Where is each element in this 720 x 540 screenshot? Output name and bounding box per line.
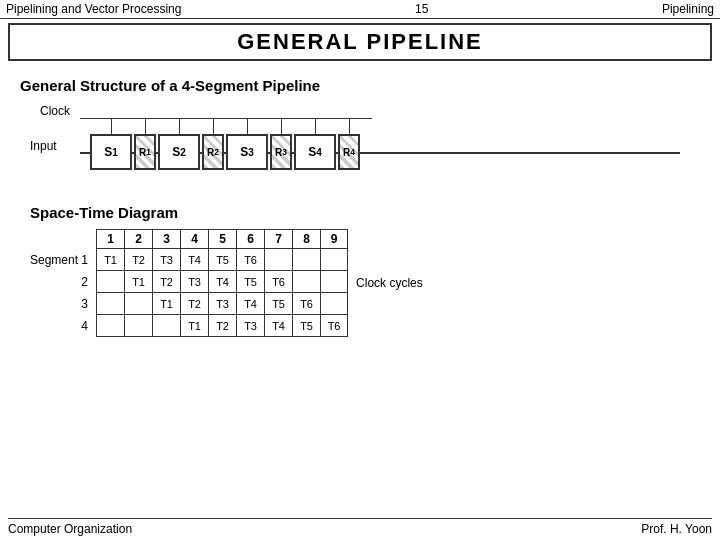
clock-h-line: [80, 118, 372, 119]
stage-s1: S1: [90, 134, 132, 170]
clock-cycles-label: Clock cycles: [356, 276, 423, 290]
st-cell-r4-c1: [96, 315, 124, 337]
stage-s3: S3: [226, 134, 268, 170]
st-cell-r3-c3: T1: [152, 293, 180, 315]
st-col-num-4: 4: [180, 229, 208, 249]
st-col-num-2: 2: [124, 229, 152, 249]
header-left: Pipelining and Vector Processing: [6, 2, 181, 16]
st-cell-r2-c4: T3: [180, 271, 208, 293]
space-time-table-area: Segment 1 2 3 4 123456789 T1T2T3T4T5T6T1…: [30, 229, 690, 337]
st-cell-r1-c8: [292, 249, 320, 271]
st-cell-r2-c8: [292, 271, 320, 293]
st-cell-r4-c4: T1: [180, 315, 208, 337]
st-col-num-5: 5: [208, 229, 236, 249]
segment-label-4: 4: [30, 315, 92, 337]
page-title: GENERAL PIPELINE: [237, 29, 483, 54]
segment-label-3: 3: [30, 293, 92, 315]
stage-s4: S4: [294, 134, 336, 170]
st-col-num-6: 6: [236, 229, 264, 249]
pipeline-diagram: Clock Input S1 R1 S2 R2 S3 R3 S4 R4: [30, 104, 690, 194]
st-col-num-9: 9: [320, 229, 348, 249]
st-cell-r3-c4: T2: [180, 293, 208, 315]
st-col-num-7: 7: [264, 229, 292, 249]
input-label: Input: [30, 139, 57, 153]
st-cell-r4-c7: T4: [264, 315, 292, 337]
st-row-2: T1T2T3T4T5T6: [96, 271, 348, 293]
header: Pipelining and Vector Processing 15 Pipe…: [0, 0, 720, 19]
st-row-1: T1T2T3T4T5T6: [96, 249, 348, 271]
section1-heading: General Structure of a 4-Segment Pipelin…: [20, 77, 700, 94]
header-center: 15: [415, 2, 428, 16]
st-cell-r1-c3: T3: [152, 249, 180, 271]
space-time-section: Space-Time Diagram Segment 1 2 3 4 12345…: [30, 204, 690, 337]
st-cell-r3-c7: T5: [264, 293, 292, 315]
clock-label: Clock: [40, 104, 70, 118]
st-cell-r4-c3: [152, 315, 180, 337]
st-row-4: T1T2T3T4T5T6: [96, 315, 348, 337]
st-cell-r3-c2: [124, 293, 152, 315]
header-right: Pipelining: [662, 2, 714, 16]
st-cell-r2-c6: T5: [236, 271, 264, 293]
st-col-num-3: 3: [152, 229, 180, 249]
st-cell-r3-c5: T3: [208, 293, 236, 315]
st-cell-r2-c7: T6: [264, 271, 292, 293]
stage-s2: S2: [158, 134, 200, 170]
st-cell-r2-c1: [96, 271, 124, 293]
st-row-3: T1T2T3T4T5T6: [96, 293, 348, 315]
st-cell-r2-c2: T1: [124, 271, 152, 293]
footer-left: Computer Organization: [8, 522, 132, 536]
st-cell-r3-c1: [96, 293, 124, 315]
reg-r2: R2: [202, 134, 224, 170]
reg-r4: R4: [338, 134, 360, 170]
st-cell-r1-c2: T2: [124, 249, 152, 271]
st-cell-r4-c9: T6: [320, 315, 348, 337]
reg-r1: R1: [134, 134, 156, 170]
st-cell-r1-c4: T4: [180, 249, 208, 271]
st-cell-r3-c6: T4: [236, 293, 264, 315]
footer: Computer Organization Prof. H. Yoon: [8, 518, 712, 536]
st-cell-r2-c9: [320, 271, 348, 293]
st-col-header: 123456789: [96, 229, 348, 249]
main-content: General Structure of a 4-Segment Pipelin…: [0, 65, 720, 343]
st-cell-r1-c7: [264, 249, 292, 271]
st-cell-r1-c9: [320, 249, 348, 271]
segment-label-1: Segment 1: [30, 249, 92, 271]
footer-right: Prof. H. Yoon: [641, 522, 712, 536]
st-col-num-1: 1: [96, 229, 124, 249]
reg-r3: R3: [270, 134, 292, 170]
st-cell-r2-c5: T4: [208, 271, 236, 293]
section2-heading: Space-Time Diagram: [30, 204, 690, 221]
st-cell-r1-c1: T1: [96, 249, 124, 271]
st-cell-r4-c5: T2: [208, 315, 236, 337]
st-cell-r4-c8: T5: [292, 315, 320, 337]
st-col-num-8: 8: [292, 229, 320, 249]
st-cell-r1-c5: T5: [208, 249, 236, 271]
st-cell-r4-c2: [124, 315, 152, 337]
segment-labels: Segment 1 2 3 4: [30, 229, 92, 337]
st-cell-r2-c3: T2: [152, 271, 180, 293]
title-banner: GENERAL PIPELINE: [8, 23, 712, 61]
space-time-grid: 123456789 T1T2T3T4T5T6T1T2T3T4T5T6T1T2T3…: [96, 229, 348, 337]
st-cell-r1-c6: T6: [236, 249, 264, 271]
st-cell-r4-c6: T3: [236, 315, 264, 337]
segment-label-2: 2: [30, 271, 92, 293]
st-cell-r3-c8: T6: [292, 293, 320, 315]
st-cell-r3-c9: [320, 293, 348, 315]
